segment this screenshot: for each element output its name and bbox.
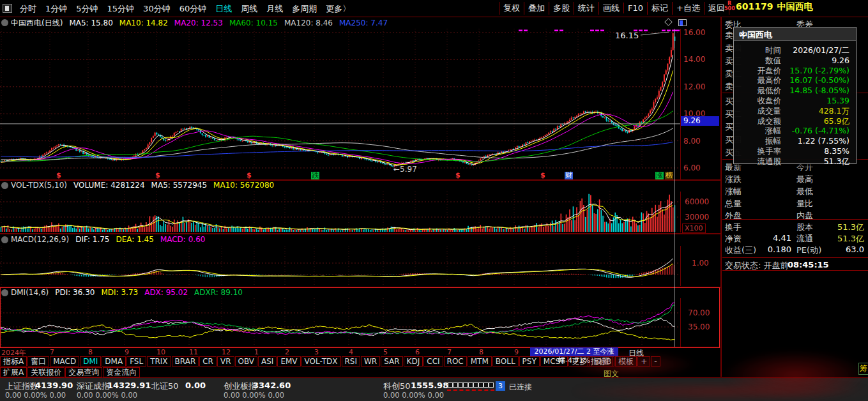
tab2-2[interactable]: 交易查询	[65, 367, 102, 377]
tab-macd[interactable]: MACD	[50, 356, 79, 367]
period-item-0[interactable]: 分时	[15, 3, 41, 15]
tool-item-1[interactable]: 叠加	[524, 2, 549, 15]
tab-right-3[interactable]: -	[651, 356, 660, 367]
macd-panel[interactable]: 1.00	[0, 246, 721, 286]
index-change-4: 0.00 0.00% 0.00	[383, 391, 444, 400]
tool-item-3[interactable]: 统计	[574, 2, 598, 15]
period-item-7[interactable]: 周线	[236, 3, 262, 15]
tab-psy[interactable]: PSY	[519, 356, 540, 367]
tab-wr[interactable]: WR	[361, 356, 380, 367]
connection-box	[463, 382, 468, 388]
period-item-9[interactable]: 多周期	[287, 3, 321, 15]
tool-item-2[interactable]: 多股	[549, 2, 574, 15]
period-item-10[interactable]: 更多〉	[321, 3, 355, 15]
event-marker-gold[interactable]: 榜	[665, 172, 673, 179]
low-price-annotation: ←5.97	[393, 165, 417, 174]
popup-row-label: 流通股	[738, 156, 781, 167]
chip-tool-label[interactable]: 筹	[858, 363, 868, 375]
tab-rsi[interactable]: RSI	[342, 356, 361, 367]
period-menu: 分时1分钟5分钟15分钟30分钟60分钟日线周线月线多周期更多〉	[15, 3, 355, 15]
tab--[interactable]: 窗口	[27, 356, 49, 367]
tab-cr[interactable]: CR	[199, 356, 217, 367]
main-chart-panel[interactable]: 16.15←5.97$$$跌$$财涨榜16.0014.0012.0010.008…	[0, 29, 721, 180]
info-left-3: 总量	[725, 198, 742, 209]
tab--a[interactable]: 指标A	[0, 356, 27, 367]
badge-500: 500	[724, 6, 735, 11]
ma-label: MA60: 10.15	[229, 19, 278, 27]
connection-box	[468, 382, 473, 388]
tab2-3[interactable]: 资金流向	[103, 367, 140, 377]
tool-item-7[interactable]: +自选	[672, 2, 704, 15]
fin-right-label-1: 流通	[796, 233, 813, 245]
event-marker-dollar[interactable]: $	[540, 172, 545, 179]
tab-kdj[interactable]: KDJ	[404, 356, 423, 367]
popup-row-label: 数值	[738, 56, 781, 66]
collapse-icon[interactable]	[1, 182, 8, 189]
popup-row-label: 时间	[738, 45, 781, 56]
popup-row-value: 15.39	[826, 96, 849, 105]
collapse-icon[interactable]	[1, 236, 8, 243]
tab-brar[interactable]: BRAR	[172, 356, 199, 367]
period-item-1[interactable]: 1分钟	[41, 3, 72, 15]
popup-row-label: 最高价	[738, 75, 781, 86]
period-item-2[interactable]: 5分钟	[72, 3, 102, 15]
volume-panel[interactable]: 6000030000X100	[0, 192, 721, 232]
connection-count-badge[interactable]: 3	[496, 381, 505, 391]
event-marker-green[interactable]: 涨	[655, 172, 664, 179]
tab-roc[interactable]: ROC	[444, 356, 467, 367]
tab-vr[interactable]: VR	[217, 356, 234, 367]
event-marker-green[interactable]: 跌	[311, 172, 319, 179]
event-marker-dollar[interactable]: $	[455, 172, 461, 179]
fin-right-label-0: 股本	[796, 222, 813, 233]
fin-right-value-2: 63.0	[818, 245, 864, 254]
event-marker-dollar[interactable]: $	[155, 172, 160, 179]
tool-item-6[interactable]: 标记	[647, 2, 672, 15]
x-tick-label: 7	[447, 348, 452, 356]
status-bar: 3 已连接 上证指数4139.900.00 0.00% 0.00深证成指1432…	[0, 377, 868, 401]
tab2-1[interactable]: 关联报价	[27, 367, 65, 377]
info-left-2: 涨幅	[725, 186, 742, 197]
diamond-icon[interactable]	[664, 18, 673, 26]
tab-right-1[interactable]: 模板	[615, 356, 637, 367]
tab-vol-tdx[interactable]: VOL-TDX	[301, 356, 341, 367]
tab-fsl[interactable]: FSL	[126, 356, 146, 367]
connection-box	[448, 382, 453, 388]
tab-trix[interactable]: TRIX	[147, 356, 171, 367]
event-marker-dollar[interactable]: $	[56, 172, 61, 179]
tab-sar[interactable]: SAR	[381, 356, 402, 367]
tab-right-0[interactable]: 指标B	[588, 356, 614, 367]
tool-item-4[interactable]: 画线	[598, 2, 623, 15]
tab-dma[interactable]: DMA	[102, 356, 126, 367]
event-marker-blue[interactable]: 财	[565, 172, 573, 179]
period-item-6[interactable]: 日线	[211, 3, 236, 15]
collapse-icon[interactable]	[1, 19, 8, 26]
connection-box	[453, 382, 458, 388]
period-item-5[interactable]: 60分钟	[175, 3, 211, 15]
fin-left-label-1: 净资	[725, 233, 742, 245]
tab-asi[interactable]: ASI	[258, 356, 277, 367]
close-icon[interactable]: ×	[739, 29, 852, 39]
tab-right-2[interactable]: +	[637, 356, 650, 367]
tab-mtm[interactable]: MTM	[468, 356, 492, 367]
index-value-3: 3342.60	[253, 381, 291, 390]
tool-item-0[interactable]: 复权	[499, 2, 524, 15]
chart-title: 中国西电(日线)	[11, 19, 63, 27]
split-window-icon[interactable]	[678, 19, 687, 26]
tool-item-5[interactable]: F10	[623, 3, 647, 13]
app-icon[interactable]	[3, 4, 12, 13]
period-item-3[interactable]: 15分钟	[103, 3, 139, 15]
tab-cci[interactable]: CCI	[423, 356, 443, 367]
tab-emv[interactable]: EMV	[277, 356, 300, 367]
popup-titlebar[interactable]: 中国西电 ×	[734, 27, 856, 41]
stock-header: R500601179中国西电	[724, 1, 812, 13]
period-item-8[interactable]: 月线	[262, 3, 287, 15]
tab2-0[interactable]: 扩展A	[0, 367, 27, 377]
popup-row-value: -0.76 (-4.71%)	[792, 126, 849, 135]
x-tick-label: 7	[50, 348, 54, 356]
tab-obv[interactable]: OBV	[235, 356, 258, 367]
event-marker-dollar[interactable]: $	[247, 172, 252, 179]
tab-boll[interactable]: BOLL	[492, 356, 519, 367]
popup-row-value: 1.22 (7.55%)	[798, 136, 849, 146]
tab-dmi[interactable]: DMI	[80, 356, 101, 367]
period-item-4[interactable]: 30分钟	[139, 3, 175, 15]
